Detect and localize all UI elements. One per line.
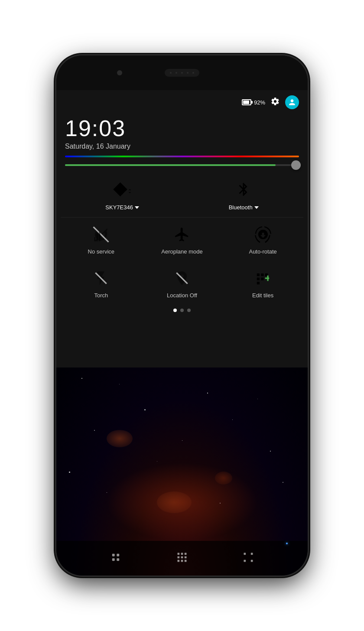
svg-rect-9 [181,553,183,555]
page-dot-3[interactable] [187,309,191,312]
svg-rect-18 [251,553,253,555]
tile-row-3: Torch Location Off [61,261,303,305]
quick-tiles: SKY7E346 Bluetooth [56,175,308,368]
brightness-fill [65,164,276,166]
phone-device: 92% 19:03 Saturday, 16 January [56,55,308,576]
svg-rect-11 [177,556,179,558]
page-dot-1[interactable] [173,309,177,312]
wifi-dropdown-arrow [135,206,139,209]
status-bar: 92% [56,90,308,113]
torch-icon [91,268,111,289]
phone-screen: 92% 19:03 Saturday, 16 January [56,55,308,576]
svg-rect-16 [185,559,187,562]
auto-rotate-icon [253,224,273,245]
torch-tile[interactable]: Torch [75,268,127,299]
svg-rect-5 [117,553,119,556]
tile-row-wifi-bt: SKY7E346 Bluetooth [61,175,303,218]
camera-dot [117,70,122,75]
brightness-slider[interactable] [56,164,308,175]
no-service-tile[interactable]: No service [75,224,127,255]
auto-rotate-tile[interactable]: Auto-rotate [237,224,289,255]
time-display: 19:03 [65,116,299,141]
aeroplane-label: Aeroplane mode [161,248,202,255]
notification-panel: 92% 19:03 Saturday, 16 January [56,90,308,368]
svg-rect-19 [244,559,246,562]
svg-rect-3 [267,276,268,281]
phone-top-bar [56,55,308,90]
edit-tiles-icon [253,268,273,289]
settings-button[interactable] [270,97,280,108]
rainbow-brightness-bar[interactable] [65,156,299,157]
battery-percent: 92% [254,99,265,106]
wifi-tile[interactable]: SKY7E346 [105,179,139,211]
bluetooth-dropdown-arrow [254,206,259,209]
page-dot-2[interactable] [180,309,184,312]
svg-rect-8 [177,553,179,555]
svg-rect-17 [244,553,246,555]
svg-rect-12 [181,556,183,558]
date-display: Saturday, 16 January [65,143,299,150]
speaker-grille [165,69,199,77]
bluetooth-label-row: Bluetooth [229,204,259,211]
no-service-icon [91,224,111,245]
edit-tiles-label: Edit tiles [252,292,273,299]
edit-tiles-tile[interactable]: Edit tiles [237,268,289,299]
svg-rect-10 [185,553,187,555]
recents-button[interactable] [242,551,254,566]
svg-rect-4 [112,553,114,556]
location-icon [172,268,192,289]
battery-fill [243,101,249,104]
brightness-track [65,164,299,166]
location-label: Location Off [167,292,197,299]
time-section: 19:03 Saturday, 16 January [56,113,308,156]
svg-rect-7 [117,558,119,561]
bluetooth-tile[interactable]: Bluetooth [229,179,259,211]
location-tile[interactable]: Location Off [156,268,208,299]
home-button[interactable] [176,551,188,566]
aeroplane-icon [172,224,192,245]
svg-rect-20 [251,559,253,562]
bluetooth-label: Bluetooth [229,204,253,211]
nebula-glow [106,463,258,541]
back-button[interactable] [110,551,122,566]
user-avatar[interactable] [285,95,299,109]
battery-icon [242,99,251,105]
wifi-label: SKY7E346 [105,204,133,211]
wifi-label-row: SKY7E346 [105,204,139,211]
wifi-icon-wrapper [112,179,133,200]
svg-rect-13 [185,556,187,558]
svg-rect-14 [177,559,179,562]
no-service-label: No service [88,248,114,255]
tile-row-2: No service Aeroplane mode [61,218,303,261]
pagination-dots [61,305,303,316]
auto-rotate-label: Auto-rotate [249,248,276,255]
brightness-thumb[interactable] [291,160,301,170]
svg-rect-6 [112,558,114,561]
bluetooth-icon-wrapper [233,179,254,200]
home-screen [56,368,308,576]
aeroplane-tile[interactable]: Aeroplane mode [156,224,208,255]
battery-indicator: 92% [242,99,265,106]
torch-label: Torch [94,292,108,299]
svg-rect-15 [181,559,183,562]
